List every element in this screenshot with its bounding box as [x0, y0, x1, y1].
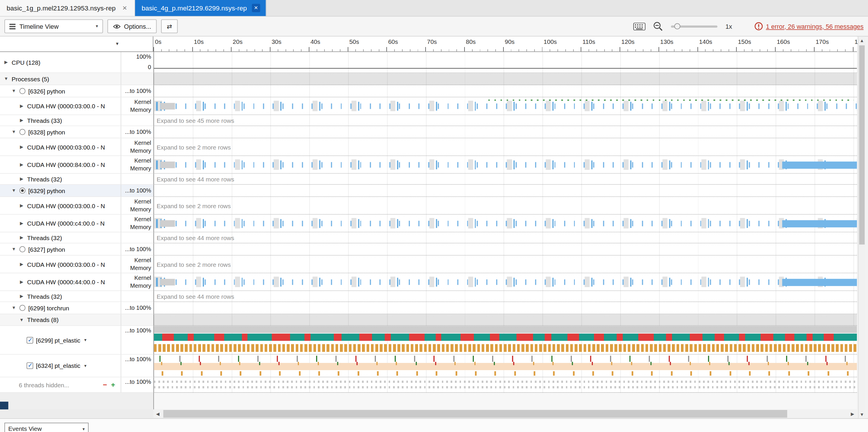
expand-rows-link[interactable]: Expand to see 44 more rows — [157, 234, 234, 241]
process-focus-radio[interactable] — [20, 246, 26, 252]
timeline-canvas-6-threads-hidden[interactable] — [153, 377, 857, 393]
view-selector[interactable]: Timeline View ▾ — [4, 20, 103, 33]
timeline-canvas-threads-32[interactable]: Expand to see 44 more rows — [153, 291, 857, 302]
timeline-canvas-cuda-hw-0000-44-00-0-n[interactable] — [153, 273, 857, 291]
tree-row-threads-32[interactable]: ▶Threads (32) — [0, 232, 121, 243]
collapse-arrow-icon[interactable]: ▼ — [11, 305, 17, 310]
tree-row-cuda-hw-0000-84-00-0-n[interactable]: ▶CUDA HW (0000:84:00.0 - N — [0, 156, 121, 174]
expand-arrow-icon[interactable]: ▶ — [19, 279, 24, 284]
expand-rows-link[interactable]: Expand to see 44 more rows — [157, 176, 234, 182]
collapse-arrow-icon[interactable]: ▼ — [11, 89, 17, 94]
tree-row-threads-33[interactable]: ▶Threads (33) — [0, 115, 121, 126]
tree-row-cuda-hw-0000-44-00-0-n[interactable]: ▶CUDA HW (0000:44:00.0 - N — [0, 273, 121, 291]
expand-rows-link[interactable]: Expand to see 2 more rows — [157, 202, 231, 209]
tree-row-threads-32[interactable]: ▶Threads (32) — [0, 291, 121, 302]
timeline-canvas-cuda-hw-0000-03-00-0-n[interactable]: Expand to see 2 more rows — [153, 256, 857, 273]
process-focus-radio[interactable] — [20, 305, 26, 311]
tree-row-6299-pt-elastic[interactable]: [6299] pt_elastic▾ — [0, 326, 121, 355]
scroll-right-icon[interactable]: ▶ — [848, 409, 857, 418]
timeline-canvas-6324-pt-elastic[interactable] — [153, 355, 857, 377]
collapse-arrow-icon[interactable]: ▼ — [11, 247, 17, 252]
timeline-canvas-cpu-128[interactable] — [153, 52, 857, 73]
timeline-canvas-threads-33[interactable]: Expand to see 45 more rows — [153, 115, 857, 126]
thread-visibility-checkbox[interactable] — [26, 337, 33, 343]
expand-rows-link[interactable]: Expand to see 2 more rows — [157, 144, 231, 151]
expand-rows-link[interactable]: Expand to see 2 more rows — [157, 261, 231, 267]
tree-row-cpu-128[interactable]: ▶CPU (128) — [0, 52, 121, 73]
process-focus-radio[interactable] — [20, 129, 26, 135]
tree-row-6324-pt-elastic[interactable]: [6324] pt_elastic▾ — [0, 355, 121, 377]
process-focus-radio-selected[interactable] — [20, 188, 26, 194]
timeline-canvas-cuda-hw-0000-84-00-0-n[interactable] — [153, 156, 857, 174]
collapse-arrow-icon[interactable]: ▼ — [19, 317, 24, 322]
timeline-canvas-6299-pt-elastic[interactable] — [153, 326, 857, 355]
expand-arrow-icon[interactable]: ▶ — [19, 262, 24, 267]
row-options-dropdown-icon[interactable]: ▾ — [84, 337, 87, 342]
add-threads-icon[interactable]: + — [111, 380, 115, 389]
tree-row-cuda-hw-0000-c4-00-0-n[interactable]: ▶CUDA HW (0000:c4:00.0 - N — [0, 214, 121, 232]
options-button[interactable]: Options... — [107, 20, 157, 33]
tree-row-6-threads-hidden[interactable]: 6 threads hidden...−+ — [0, 377, 121, 393]
expand-rows-link[interactable]: Expand to see 44 more rows — [157, 293, 234, 300]
scroll-left-icon[interactable]: ◀ — [153, 409, 162, 418]
keyboard-shortcuts-icon[interactable] — [633, 22, 646, 30]
timeline-canvas-6329-python[interactable] — [153, 185, 857, 197]
events-view-selector[interactable]: Events View ▾ — [4, 423, 89, 432]
vertical-scrollbar[interactable]: ▲ ▼ — [858, 37, 865, 418]
timeline-canvas-threads-32[interactable]: Expand to see 44 more rows — [153, 174, 857, 185]
timeline-canvas-processes-5[interactable] — [153, 73, 857, 85]
tree-row-6327-python[interactable]: ▼[6327] python — [0, 243, 121, 256]
diagnostics-summary[interactable]: 1 error, 26 warnings, 56 messages — [754, 22, 864, 31]
timeline-canvas-cuda-hw-0000-03-00-0-n[interactable]: Expand to see 2 more rows — [153, 138, 857, 156]
zoom-slider[interactable] — [671, 25, 717, 28]
scroll-up-icon[interactable]: ▲ — [859, 37, 865, 44]
horizontal-scrollbar-thumb[interactable] — [163, 410, 787, 418]
tree-row-cuda-hw-0000-03-00-0-n[interactable]: ▶CUDA HW (0000:03:00.0 - N — [0, 97, 121, 115]
tree-row-cuda-hw-0000-03-00-0-n[interactable]: ▶CUDA HW (0000:03:00.0 - N — [0, 138, 121, 156]
vertical-scrollbar-thumb[interactable] — [859, 45, 865, 244]
tree-row-cuda-hw-0000-03-00-0-n[interactable]: ▶CUDA HW (0000:03:00.0 - N — [0, 256, 121, 273]
timeline-canvas-6327-python[interactable] — [153, 243, 857, 256]
timeline-canvas-cuda-hw-0000-c4-00-0-n[interactable] — [153, 214, 857, 232]
document-tab[interactable]: basic_4g_p.mel2129.6299.nsys-rep× — [135, 0, 267, 16]
tree-row-6328-python[interactable]: ▼[6328] python — [0, 126, 121, 138]
expand-arrow-icon[interactable]: ▶ — [3, 60, 9, 65]
timeline-canvas-threads-32[interactable]: Expand to see 44 more rows — [153, 232, 857, 243]
timeline-ruler[interactable]: 0s10s20s30s40s50s60s70s80s90s100s110s120… — [153, 37, 857, 52]
tree-row-6329-python[interactable]: ▼[6329] python — [0, 185, 121, 197]
filter-dropdown-icon[interactable]: ▾ — [116, 41, 119, 46]
process-focus-radio[interactable] — [20, 88, 26, 94]
expand-arrow-icon[interactable]: ▶ — [19, 118, 24, 123]
thread-visibility-checkbox[interactable] — [26, 362, 33, 369]
tab-close-icon[interactable]: × — [121, 4, 129, 12]
scroll-down-icon[interactable]: ▼ — [859, 410, 865, 418]
tree-row-threads-8[interactable]: ▼Threads (8) — [0, 314, 121, 326]
tree-row-6299-torchrun[interactable]: ▼[6299] torchrun — [0, 302, 121, 314]
timeline-canvas-cuda-hw-0000-03-00-0-n[interactable]: Expand to see 2 more rows — [153, 197, 857, 214]
collapse-arrow-icon[interactable]: ▼ — [11, 188, 17, 193]
expand-arrow-icon[interactable]: ▶ — [19, 176, 24, 181]
expand-arrow-icon[interactable]: ▶ — [19, 294, 24, 299]
tree-row-cuda-hw-0000-03-00-0-n[interactable]: ▶CUDA HW (0000:03:00.0 - N — [0, 197, 121, 214]
timeline-canvas-6328-python[interactable] — [153, 126, 857, 138]
timeline-canvas-6326-python[interactable] — [153, 85, 857, 97]
expand-arrow-icon[interactable]: ▶ — [19, 144, 24, 149]
collapse-arrow-icon[interactable]: ▼ — [11, 130, 17, 134]
expand-arrow-icon[interactable]: ▶ — [19, 203, 24, 208]
expand-arrow-icon[interactable]: ▶ — [19, 103, 24, 108]
expand-arrow-icon[interactable]: ▶ — [19, 221, 24, 226]
document-tab[interactable]: basic_1g_p.mel2129.12953.nsys-rep× — [0, 0, 135, 16]
compare-button[interactable]: ⇄ — [161, 20, 178, 33]
diagnostics-link[interactable]: 1 error, 26 warnings, 56 messages — [766, 23, 864, 30]
tab-close-icon[interactable]: × — [252, 4, 260, 12]
timeline-canvas-threads-8[interactable] — [153, 314, 857, 326]
timeline-canvas-cuda-hw-0000-03-00-0-n[interactable] — [153, 97, 857, 115]
row-options-dropdown-icon[interactable]: ▾ — [84, 363, 87, 368]
tree-row-threads-32[interactable]: ▶Threads (32) — [0, 174, 121, 185]
expand-rows-link[interactable]: Expand to see 45 more rows — [157, 117, 234, 124]
tree-row-processes-5[interactable]: ▼Processes (5) — [0, 73, 121, 85]
tree-row-6326-python[interactable]: ▼[6326] python — [0, 85, 121, 97]
expand-arrow-icon[interactable]: ▶ — [19, 162, 24, 167]
zoom-out-icon[interactable] — [653, 21, 663, 31]
horizontal-scrollbar[interactable]: ◀ ▶ — [153, 409, 857, 418]
